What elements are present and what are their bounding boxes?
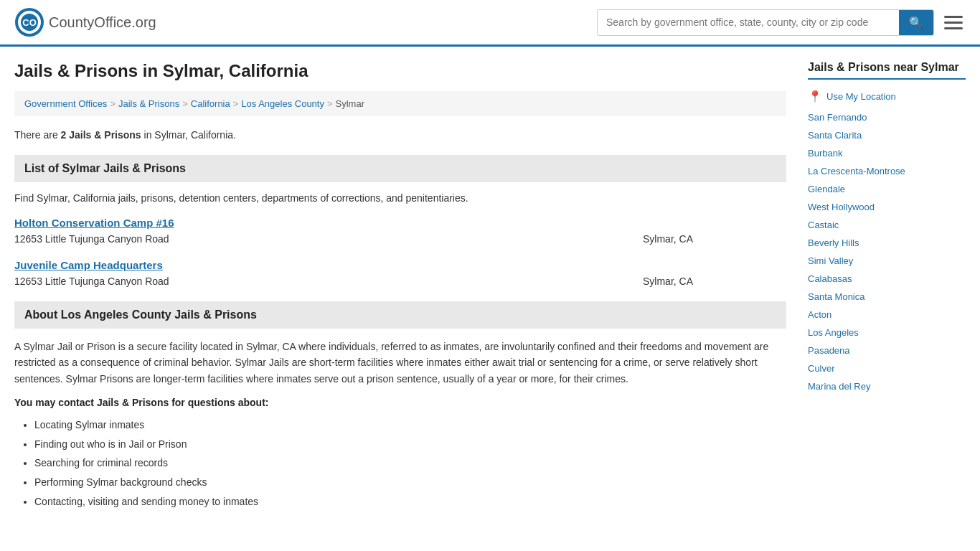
menu-button[interactable] — [941, 13, 966, 32]
intro-text: There are 2 Jails & Prisons in Sylmar, C… — [14, 129, 786, 141]
sidebar-link-12[interactable]: Los Angeles — [808, 327, 966, 338]
svg-text:CO: CO — [22, 17, 37, 28]
contact-list: Locating Sylmar inmates Finding out who … — [14, 415, 786, 511]
sidebar-links: San Fernando Santa Clarita Burbank La Cr… — [808, 112, 966, 392]
page-title: Jails & Prisons in Sylmar, California — [14, 61, 786, 81]
contact-item-1: Finding out who is in Jail or Prison — [34, 435, 786, 454]
main-container: Jails & Prisons in Sylmar, California Go… — [0, 47, 980, 525]
facility-block-1: Juvenile Camp Headquarters 12653 Little … — [14, 259, 786, 287]
sidebar-link-6[interactable]: Castaic — [808, 220, 966, 230]
facility-name-0[interactable]: Holton Conservation Camp #16 — [14, 217, 786, 229]
location-pin-icon: 📍 — [808, 90, 822, 103]
sidebar-link-4[interactable]: Glendale — [808, 184, 966, 194]
facility-row-1: 12653 Little Tujunga Canyon Road Sylmar,… — [14, 276, 786, 287]
header-controls: 🔍 — [597, 9, 966, 36]
sidebar-link-7[interactable]: Beverly Hills — [808, 237, 966, 248]
facility-city-0: Sylmar, CA — [643, 233, 786, 245]
facility-row-0: 12653 Little Tujunga Canyon Road Sylmar,… — [14, 233, 786, 245]
facility-address-1: 12653 Little Tujunga Canyon Road — [14, 276, 643, 287]
header: CO CountyOffice.org 🔍 — [0, 0, 980, 47]
about-section: About Los Angeles County Jails & Prisons… — [14, 301, 786, 511]
sidebar-link-9[interactable]: Calabasas — [808, 273, 966, 284]
search-button[interactable]: 🔍 — [899, 10, 933, 35]
sidebar-link-8[interactable]: Simi Valley — [808, 255, 966, 266]
sidebar-link-13[interactable]: Pasadena — [808, 345, 966, 356]
sidebar-title: Jails & Prisons near Sylmar — [808, 61, 966, 80]
breadcrumb-item-4: Sylmar — [336, 98, 364, 109]
breadcrumb-item-3[interactable]: Los Angeles County — [241, 98, 324, 109]
contact-item-4: Contacting, visiting and sending money t… — [34, 492, 786, 512]
facility-name-1[interactable]: Juvenile Camp Headquarters — [14, 259, 786, 271]
contact-header: You may contact Jails & Prisons for ques… — [14, 397, 786, 408]
contact-item-3: Performing Sylmar background checks — [34, 473, 786, 492]
sidebar-link-2[interactable]: Burbank — [808, 148, 966, 159]
contact-item-2: Searching for criminal records — [34, 453, 786, 473]
use-location-link[interactable]: 📍 Use My Location — [808, 90, 966, 103]
list-section-desc: Find Sylmar, California jails, prisons, … — [14, 192, 786, 204]
logo: CO CountyOffice.org — [14, 7, 156, 37]
facility-city-1: Sylmar, CA — [643, 276, 786, 287]
breadcrumb-item-1[interactable]: Jails & Prisons — [118, 98, 179, 109]
breadcrumb-sep-2: > — [233, 98, 239, 109]
sidebar-link-14[interactable]: Culver — [808, 363, 966, 374]
menu-line-2 — [944, 22, 963, 24]
content-area: Jails & Prisons in Sylmar, California Go… — [14, 61, 786, 511]
sidebar-link-10[interactable]: Santa Monica — [808, 291, 966, 302]
logo-text: CountyOffice.org — [49, 14, 156, 30]
sidebar: Jails & Prisons near Sylmar 📍 Use My Loc… — [808, 61, 966, 511]
breadcrumb-item-0[interactable]: Government Offices — [24, 98, 107, 109]
menu-line-3 — [944, 27, 963, 29]
sidebar-link-0[interactable]: San Fernando — [808, 112, 966, 123]
breadcrumb-sep-0: > — [110, 98, 116, 109]
list-section-header: List of Sylmar Jails & Prisons — [14, 155, 786, 182]
sidebar-link-1[interactable]: Santa Clarita — [808, 130, 966, 141]
use-location-label: Use My Location — [826, 91, 896, 102]
sidebar-link-5[interactable]: West Hollywood — [808, 202, 966, 212]
sidebar-link-15[interactable]: Marina del Rey — [808, 381, 966, 392]
search-input[interactable] — [598, 11, 899, 34]
search-bar: 🔍 — [597, 9, 934, 36]
logo-wordmark: CountyOffice.org — [49, 14, 156, 31]
about-section-header: About Los Angeles County Jails & Prisons — [14, 301, 786, 329]
logo-icon: CO — [14, 7, 44, 37]
facility-block-0: Holton Conservation Camp #16 12653 Littl… — [14, 217, 786, 245]
breadcrumb: Government Offices > Jails & Prisons > C… — [14, 91, 786, 116]
contact-item-0: Locating Sylmar inmates — [34, 415, 786, 435]
breadcrumb-sep-3: > — [327, 98, 333, 109]
breadcrumb-sep-1: > — [182, 98, 188, 109]
breadcrumb-item-2[interactable]: California — [191, 98, 230, 109]
sidebar-link-3[interactable]: La Crescenta-Montrose — [808, 166, 966, 176]
about-text: A Sylmar Jail or Prison is a secure faci… — [14, 339, 786, 387]
sidebar-link-11[interactable]: Acton — [808, 309, 966, 320]
facility-address-0: 12653 Little Tujunga Canyon Road — [14, 233, 643, 245]
menu-line-1 — [944, 16, 963, 18]
